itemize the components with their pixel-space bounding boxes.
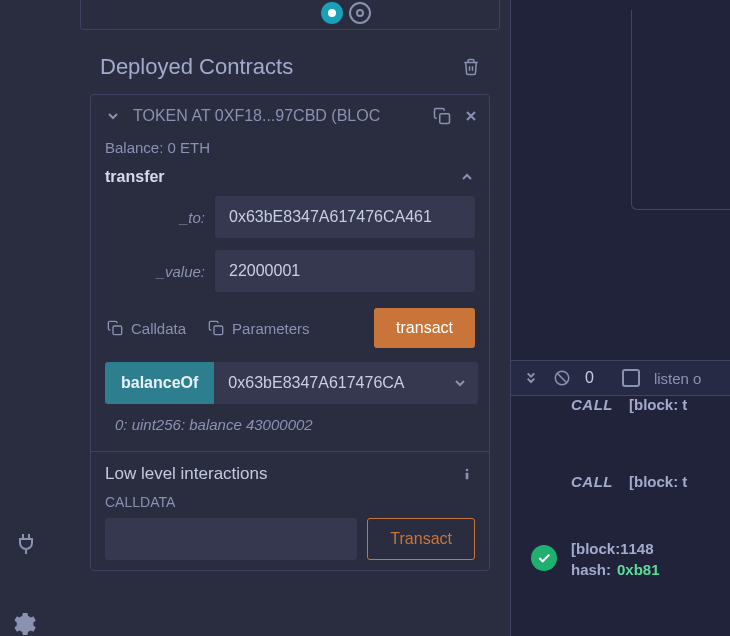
success-check-icon (531, 545, 557, 571)
param-input-value[interactable] (215, 250, 475, 292)
radio-selected-icon[interactable] (321, 2, 343, 24)
balanceof-button[interactable]: balanceOf (105, 362, 214, 404)
log-hash-value: 0xb81 (617, 561, 660, 578)
param-label-value: _value: (105, 263, 205, 280)
calldata-label: Calldata (131, 320, 186, 337)
close-icon[interactable] (463, 108, 479, 124)
top-strip (80, 0, 500, 30)
info-icon[interactable] (459, 466, 475, 482)
balanceof-result: 0: uint256: balance 43000002 (91, 404, 489, 447)
balanceof-input[interactable] (214, 362, 442, 404)
activity-bar (0, 0, 50, 636)
contract-title: TOKEN AT 0XF18...97CBD (BLOC (133, 107, 421, 125)
plugin-icon[interactable] (14, 532, 38, 556)
log-tag: CALL (571, 396, 613, 413)
svg-rect-4 (214, 326, 223, 335)
svg-point-0 (328, 9, 336, 17)
log-tag: CALL (571, 473, 613, 490)
svg-rect-6 (466, 473, 469, 480)
calldata-input[interactable] (105, 518, 357, 560)
calldata-field-label: CALLDATA (91, 490, 489, 518)
listen-label: listen o (654, 370, 702, 387)
param-input-to[interactable] (215, 196, 475, 238)
contract-instance: TOKEN AT 0XF18...97CBD (BLOC Balance: 0 … (90, 94, 490, 571)
parameters-label: Parameters (232, 320, 310, 337)
debugger-box (631, 10, 730, 210)
collapse-icon[interactable] (523, 370, 539, 386)
lowlevel-title: Low level interactions (105, 464, 268, 484)
terminal: 0 listen o CALL [block: t CALL [block: t… (510, 0, 730, 636)
log-block: [block:1148 (571, 540, 654, 557)
transact-button[interactable]: transact (374, 308, 475, 348)
radio-unselected-icon[interactable] (349, 2, 371, 24)
chevron-down-icon[interactable] (442, 375, 478, 391)
log-text: [block: t (629, 473, 687, 490)
listen-checkbox[interactable] (622, 369, 640, 387)
svg-point-5 (466, 469, 469, 472)
terminal-output[interactable]: CALL [block: t CALL [block: t [block:114… (511, 396, 730, 636)
gear-icon[interactable] (14, 612, 38, 636)
chevron-up-icon[interactable] (459, 169, 475, 185)
log-hash-label: hash: (571, 561, 611, 578)
copy-parameters-button[interactable]: Parameters (206, 314, 312, 343)
ban-icon[interactable] (553, 369, 571, 387)
trash-icon[interactable] (462, 57, 480, 77)
pending-count: 0 (585, 369, 594, 387)
log-text: [block: t (629, 396, 687, 413)
lowlevel-transact-button[interactable]: Transact (367, 518, 475, 560)
copy-icon[interactable] (433, 107, 451, 125)
svg-point-1 (357, 10, 363, 16)
svg-rect-3 (113, 326, 122, 335)
svg-rect-2 (440, 114, 450, 124)
chevron-down-icon[interactable] (105, 108, 121, 124)
function-name-transfer: transfer (105, 168, 165, 186)
terminal-toolbar: 0 listen o (511, 360, 730, 396)
contract-balance: Balance: 0 ETH (91, 133, 489, 164)
copy-calldata-button[interactable]: Calldata (105, 314, 188, 343)
deploy-panel: Deployed Contracts TOKEN AT 0XF18...97CB… (80, 0, 500, 636)
param-label-to: _to: (105, 209, 205, 226)
section-title: Deployed Contracts (100, 54, 293, 80)
